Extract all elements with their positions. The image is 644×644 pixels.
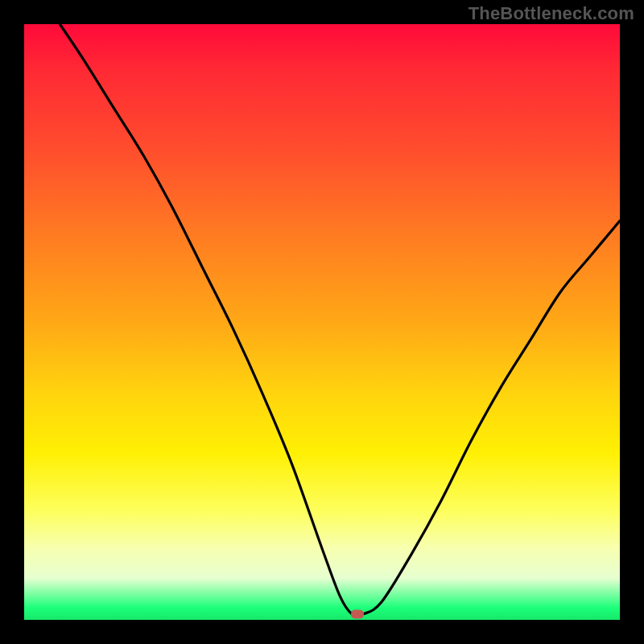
optimal-point-marker: [351, 609, 364, 618]
bottleneck-curve: [24, 24, 620, 620]
chart-frame: TheBottleneck.com: [0, 0, 644, 644]
curve-path: [60, 24, 620, 616]
plot-area: [24, 24, 620, 620]
watermark-text: TheBottleneck.com: [469, 3, 634, 24]
